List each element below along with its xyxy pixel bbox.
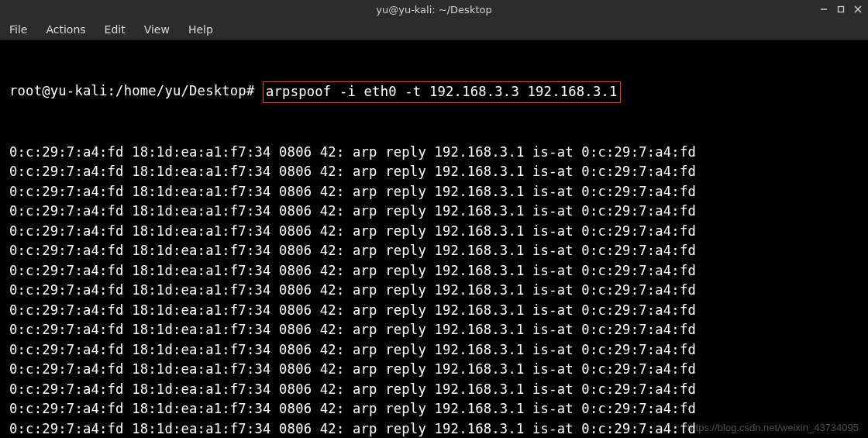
shell-prompt: root@yu-kali:/home/yu/Desktop#: [9, 81, 263, 103]
menu-actions[interactable]: Actions: [46, 23, 85, 36]
output-line: 0:c:29:7:a4:fd 18:1d:ea:a1:f7:34 0806 42…: [9, 340, 862, 360]
menu-edit[interactable]: Edit: [105, 23, 126, 36]
minimize-button[interactable]: [818, 4, 829, 15]
svg-rect-1: [839, 7, 844, 12]
output-line: 0:c:29:7:a4:fd 18:1d:ea:a1:f7:34 0806 42…: [9, 143, 862, 163]
output-line: 0:c:29:7:a4:fd 18:1d:ea:a1:f7:34 0806 42…: [9, 222, 862, 242]
output-line: 0:c:29:7:a4:fd 18:1d:ea:a1:f7:34 0806 42…: [9, 202, 862, 222]
output-line: 0:c:29:7:a4:fd 18:1d:ea:a1:f7:34 0806 42…: [9, 162, 862, 182]
output-line: 0:c:29:7:a4:fd 18:1d:ea:a1:f7:34 0806 42…: [9, 182, 862, 202]
command-text: arpspoof -i eth0 -t 192.168.3.3 192.168.…: [266, 84, 618, 99]
output-line: 0:c:29:7:a4:fd 18:1d:ea:a1:f7:34 0806 42…: [9, 281, 862, 301]
output-line: 0:c:29:7:a4:fd 18:1d:ea:a1:f7:34 0806 42…: [9, 399, 862, 419]
menu-file[interactable]: File: [9, 23, 27, 36]
close-button[interactable]: [852, 4, 863, 15]
output-line: 0:c:29:7:a4:fd 18:1d:ea:a1:f7:34 0806 42…: [9, 380, 862, 400]
terminal-output: 0:c:29:7:a4:fd 18:1d:ea:a1:f7:34 0806 42…: [9, 143, 862, 439]
window-controls: [818, 0, 863, 19]
maximize-button[interactable]: [835, 4, 846, 15]
window-title: yu@yu-kali: ~/Desktop: [376, 4, 491, 16]
menu-help[interactable]: Help: [188, 23, 213, 36]
output-line: 0:c:29:7:a4:fd 18:1d:ea:a1:f7:34 0806 42…: [9, 320, 862, 340]
output-line: 0:c:29:7:a4:fd 18:1d:ea:a1:f7:34 0806 42…: [9, 360, 862, 380]
menubar: File Actions Edit View Help: [0, 19, 868, 40]
terminal-area[interactable]: root@yu-kali:/home/yu/Desktop# arpspoof …: [0, 40, 868, 438]
output-line: 0:c:29:7:a4:fd 18:1d:ea:a1:f7:34 0806 42…: [9, 301, 862, 321]
window-titlebar: yu@yu-kali: ~/Desktop: [0, 0, 868, 19]
prompt-line: root@yu-kali:/home/yu/Desktop# arpspoof …: [9, 81, 862, 103]
output-line: 0:c:29:7:a4:fd 18:1d:ea:a1:f7:34 0806 42…: [9, 241, 862, 261]
output-line: 0:c:29:7:a4:fd 18:1d:ea:a1:f7:34 0806 42…: [9, 261, 862, 281]
menu-view[interactable]: View: [144, 23, 170, 36]
command-highlight-box: arpspoof -i eth0 -t 192.168.3.3 192.168.…: [263, 81, 621, 103]
output-line: 0:c:29:7:a4:fd 18:1d:ea:a1:f7:34 0806 42…: [9, 419, 862, 439]
